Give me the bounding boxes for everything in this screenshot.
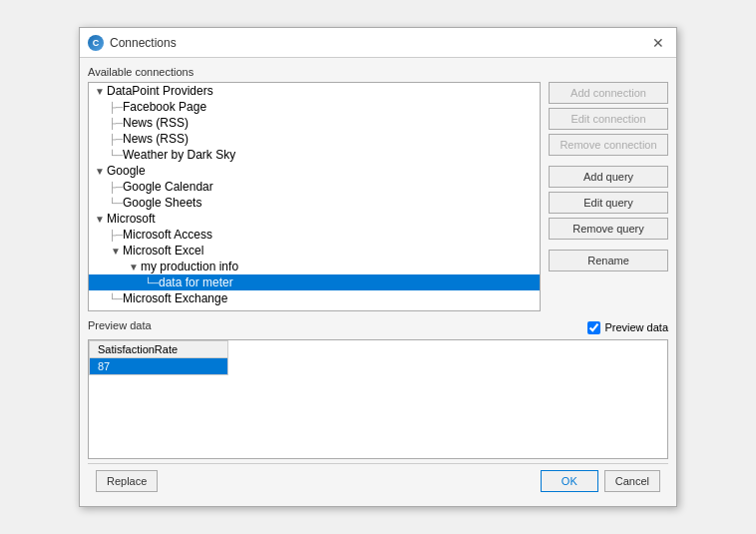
- preview-header: Preview data Preview data: [88, 319, 668, 335]
- tree-item-data-for-meter[interactable]: └─ data for meter: [89, 274, 540, 290]
- edit-query-button[interactable]: Edit query: [549, 192, 668, 214]
- tree-item-datapoint-providers[interactable]: ▼ DataPoint Providers: [89, 83, 540, 99]
- tree-label-google-calendar: Google Calendar: [123, 180, 213, 194]
- tree-item-news-rss[interactable]: ├─ News (RSS): [89, 115, 540, 131]
- tree-label-microsoft: Microsoft: [107, 212, 156, 226]
- tree-item-microsoft-excel[interactable]: ▼ Microsoft Excel: [89, 243, 540, 259]
- expander-datapoint: ▼: [93, 86, 107, 97]
- preview-data-checkbox[interactable]: [587, 321, 600, 334]
- add-query-button[interactable]: Add query: [549, 166, 668, 188]
- edit-connection-button[interactable]: Edit connection: [549, 108, 668, 130]
- preview-section: Preview data Preview data SatisfactionRa…: [88, 319, 668, 459]
- tree-item-weather-dark-sky[interactable]: ├─ News (RSS): [89, 131, 540, 147]
- leaf-dot: ├─: [109, 102, 123, 113]
- tree-label-news-rss: News (RSS): [123, 116, 189, 130]
- preview-col-satisfaction-rate: SatisfactionRate: [90, 341, 228, 358]
- preview-table-wrapper: SatisfactionRate 87: [88, 339, 668, 459]
- tree-label-data-for-meter: data for meter: [159, 275, 233, 289]
- preview-table-head: SatisfactionRate: [90, 341, 228, 358]
- tree-item-microsoft-access[interactable]: ├─ Microsoft Access: [89, 227, 540, 243]
- tree-label-microsoft-access: Microsoft Access: [123, 228, 212, 242]
- available-connections-label: Available connections: [88, 66, 668, 78]
- preview-table-body: 87: [90, 358, 228, 375]
- remove-query-button[interactable]: Remove query: [549, 218, 668, 240]
- preview-label: Preview data: [88, 319, 152, 331]
- tree-item-google[interactable]: ▼ Google: [89, 163, 540, 179]
- add-connection-button[interactable]: Add connection: [549, 82, 668, 104]
- replace-button[interactable]: Replace: [96, 470, 158, 492]
- preview-cell-value: 87: [90, 358, 228, 375]
- tree-item-microsoft-exchange[interactable]: └─ Microsoft Exchange: [89, 290, 540, 306]
- ok-button[interactable]: OK: [541, 470, 598, 492]
- dialog-title: Connections: [110, 36, 177, 50]
- tree-label-datapoint-providers: DataPoint Providers: [107, 84, 213, 98]
- rename-button[interactable]: Rename: [549, 250, 668, 271]
- leaf-dot: ├─: [109, 134, 123, 145]
- dialog-footer: Replace OK Cancel: [88, 463, 668, 498]
- dialog-icon: C: [88, 35, 104, 51]
- tree-item-weather-yahoo[interactable]: └─ Weather by Dark Sky: [89, 147, 540, 163]
- leaf-dot: └─: [145, 277, 159, 288]
- tree-item-google-calendar[interactable]: ├─ Google Calendar: [89, 179, 540, 195]
- expander-excel: ▼: [109, 246, 123, 257]
- tree-label-microsoft-exchange: Microsoft Exchange: [123, 291, 227, 305]
- tree-label-google-sheets: Google Sheets: [123, 196, 201, 210]
- leaf-dot: └─: [109, 198, 123, 209]
- leaf-dot: ├─: [109, 182, 123, 193]
- remove-connection-button[interactable]: Remove connection: [549, 134, 668, 156]
- tree-label-my-production-info: my production info: [141, 260, 238, 273]
- tree-label-microsoft-excel: Microsoft Excel: [123, 244, 203, 258]
- tree-panel[interactable]: ▼ DataPoint Providers ├─ Facebook Page ├…: [88, 82, 541, 311]
- tree-item-my-production-info[interactable]: ▼ my production info: [89, 259, 540, 274]
- expander-microsoft: ▼: [93, 214, 107, 225]
- expander-production: ▼: [127, 262, 141, 272]
- leaf-dot: ├─: [109, 230, 123, 241]
- expander-google: ▼: [93, 166, 107, 177]
- tree-label-facebook-page: Facebook Page: [123, 100, 206, 114]
- preview-table: SatisfactionRate 87: [89, 340, 228, 375]
- tree-label-weather-yahoo: Weather by Dark Sky: [123, 148, 235, 162]
- connections-dialog: C Connections ✕ Available connections ▼ …: [79, 27, 677, 507]
- cancel-button[interactable]: Cancel: [604, 470, 660, 492]
- title-bar-left: C Connections: [88, 35, 177, 51]
- tree-label-google: Google: [107, 164, 146, 178]
- main-content: ▼ DataPoint Providers ├─ Facebook Page ├…: [88, 82, 668, 311]
- leaf-dot: └─: [109, 150, 123, 161]
- tree-item-google-sheets[interactable]: └─ Google Sheets: [89, 195, 540, 211]
- preview-checkbox-text: Preview data: [604, 321, 668, 333]
- leaf-dot: └─: [109, 293, 123, 304]
- preview-table-header-row: SatisfactionRate: [90, 341, 228, 358]
- tree-label-weather-dark-sky: News (RSS): [123, 132, 189, 146]
- leaf-dot: ├─: [109, 118, 123, 129]
- preview-table-row[interactable]: 87: [90, 358, 228, 375]
- footer-right: OK Cancel: [541, 470, 660, 492]
- close-button[interactable]: ✕: [648, 33, 668, 53]
- title-bar: C Connections ✕: [80, 28, 676, 58]
- tree-item-facebook-page[interactable]: ├─ Facebook Page: [89, 99, 540, 115]
- sidebar-buttons: Add connection Edit connection Remove co…: [549, 82, 668, 311]
- dialog-body: Available connections ▼ DataPoint Provid…: [80, 58, 676, 506]
- preview-data-checkbox-label[interactable]: Preview data: [587, 321, 668, 334]
- tree-item-microsoft[interactable]: ▼ Microsoft: [89, 211, 540, 227]
